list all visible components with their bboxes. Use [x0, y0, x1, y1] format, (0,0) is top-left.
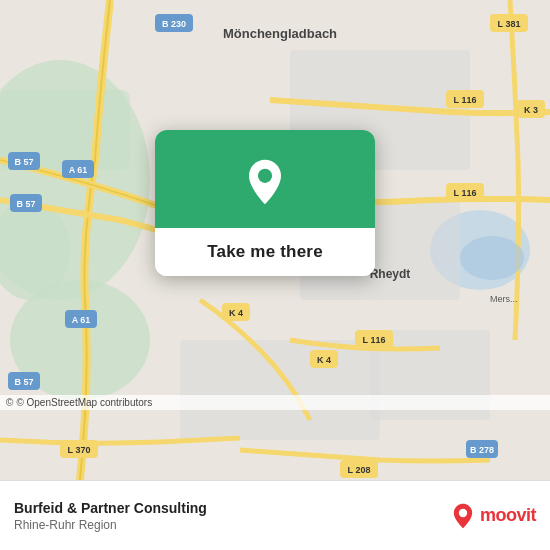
svg-rect-8 [180, 340, 380, 440]
location-name: Burfeid & Partner Consulting [14, 499, 450, 517]
location-info: Burfeid & Partner Consulting Rhine-Ruhr … [14, 499, 450, 532]
moovit-brand-text: moovit [480, 505, 536, 526]
svg-text:B 278: B 278 [470, 445, 494, 455]
svg-point-47 [459, 508, 467, 516]
card-overlay: Take me there [155, 130, 375, 276]
svg-text:B 230: B 230 [162, 19, 186, 29]
svg-text:L 370: L 370 [68, 445, 91, 455]
svg-text:A 61: A 61 [72, 315, 91, 325]
svg-text:K 4: K 4 [229, 308, 243, 318]
card-top [155, 130, 375, 228]
take-me-there-button[interactable]: Take me there [155, 228, 375, 276]
svg-text:Mönchengladbach: Mönchengladbach [223, 26, 337, 41]
location-region: Rhine-Ruhr Region [14, 518, 450, 532]
svg-text:L 208: L 208 [348, 465, 371, 475]
svg-point-46 [258, 169, 272, 183]
map-container[interactable]: A 61 A 61 B 230 B 57 B 57 L 116 L 116 L … [0, 0, 550, 480]
svg-point-45 [460, 236, 524, 280]
bottom-bar: Burfeid & Partner Consulting Rhine-Ruhr … [0, 480, 550, 550]
svg-text:Mers...: Mers... [490, 294, 518, 304]
svg-text:B 57: B 57 [14, 377, 33, 387]
svg-text:L 381: L 381 [498, 19, 521, 29]
svg-text:Rheydt: Rheydt [370, 267, 411, 281]
svg-text:L 116: L 116 [454, 188, 477, 198]
svg-text:L 116: L 116 [454, 95, 477, 105]
svg-text:A 61: A 61 [69, 165, 88, 175]
copyright-symbol: © [6, 397, 13, 408]
svg-text:K 4: K 4 [317, 355, 331, 365]
svg-text:K 3: K 3 [524, 105, 538, 115]
moovit-pin-icon [450, 503, 476, 529]
location-pin-icon [241, 158, 289, 206]
svg-text:B 57: B 57 [16, 199, 35, 209]
copyright-text: © OpenStreetMap contributors [16, 397, 152, 408]
moovit-logo: moovit [450, 503, 536, 529]
svg-text:B 57: B 57 [14, 157, 33, 167]
copyright-bar: © © OpenStreetMap contributors [0, 395, 550, 410]
svg-text:L 116: L 116 [363, 335, 386, 345]
